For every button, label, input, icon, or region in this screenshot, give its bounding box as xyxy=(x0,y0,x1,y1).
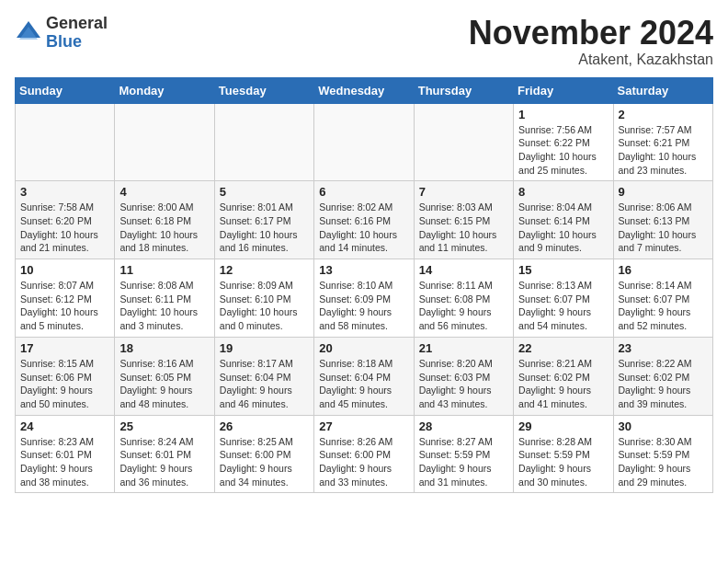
calendar-cell: 1Sunrise: 7:56 AM Sunset: 6:22 PM Daylig… xyxy=(514,103,613,181)
day-info: Sunrise: 7:57 AM Sunset: 6:21 PM Dayligh… xyxy=(619,123,708,178)
calendar-week-1: 1Sunrise: 7:56 AM Sunset: 6:22 PM Daylig… xyxy=(16,103,713,181)
calendar-week-2: 3Sunrise: 7:58 AM Sunset: 6:20 PM Daylig… xyxy=(16,181,713,259)
calendar-cell: 19Sunrise: 8:17 AM Sunset: 6:04 PM Dayli… xyxy=(214,337,313,415)
calendar-cell xyxy=(214,103,313,181)
calendar-table: SundayMondayTuesdayWednesdayThursdayFrid… xyxy=(15,77,713,494)
day-info: Sunrise: 8:08 AM Sunset: 6:11 PM Dayligh… xyxy=(119,279,209,333)
day-info: Sunrise: 8:02 AM Sunset: 6:16 PM Dayligh… xyxy=(319,201,408,255)
weekday-header-monday: Monday xyxy=(115,77,214,103)
day-number: 20 xyxy=(319,341,408,355)
day-number: 8 xyxy=(518,185,608,199)
calendar-cell: 20Sunrise: 8:18 AM Sunset: 6:04 PM Dayli… xyxy=(314,337,414,415)
day-number: 23 xyxy=(619,341,708,355)
day-info: Sunrise: 8:22 AM Sunset: 6:02 PM Dayligh… xyxy=(619,357,708,411)
weekday-header-thursday: Thursday xyxy=(414,77,513,103)
day-info: Sunrise: 8:26 AM Sunset: 6:00 PM Dayligh… xyxy=(319,435,408,489)
day-info: Sunrise: 8:15 AM Sunset: 6:06 PM Dayligh… xyxy=(20,357,109,411)
day-info: Sunrise: 8:21 AM Sunset: 6:02 PM Dayligh… xyxy=(518,357,608,411)
calendar-cell: 2Sunrise: 7:57 AM Sunset: 6:21 PM Daylig… xyxy=(613,103,712,181)
month-title: November 2024 xyxy=(469,15,713,52)
day-number: 7 xyxy=(419,185,508,199)
logo-general-text: General xyxy=(46,15,108,33)
calendar-cell: 25Sunrise: 8:24 AM Sunset: 6:01 PM Dayli… xyxy=(115,415,214,493)
day-info: Sunrise: 8:07 AM Sunset: 6:12 PM Dayligh… xyxy=(20,279,109,333)
calendar-cell xyxy=(115,103,214,181)
day-number: 3 xyxy=(20,185,109,199)
day-number: 10 xyxy=(20,263,109,277)
calendar-cell: 22Sunrise: 8:21 AM Sunset: 6:02 PM Dayli… xyxy=(514,337,613,415)
day-number: 24 xyxy=(20,419,109,433)
day-number: 13 xyxy=(319,263,408,277)
day-info: Sunrise: 8:04 AM Sunset: 6:14 PM Dayligh… xyxy=(518,201,608,255)
day-number: 18 xyxy=(119,341,209,355)
calendar-week-4: 17Sunrise: 8:15 AM Sunset: 6:06 PM Dayli… xyxy=(16,337,713,415)
day-number: 5 xyxy=(220,185,309,199)
day-number: 1 xyxy=(518,108,608,121)
day-number: 6 xyxy=(319,185,408,199)
day-number: 19 xyxy=(220,341,309,355)
calendar-cell: 7Sunrise: 8:03 AM Sunset: 6:15 PM Daylig… xyxy=(414,181,513,259)
day-info: Sunrise: 8:27 AM Sunset: 5:59 PM Dayligh… xyxy=(419,435,508,489)
calendar-cell: 8Sunrise: 8:04 AM Sunset: 6:14 PM Daylig… xyxy=(514,181,613,259)
page-header: General Blue November 2024 Atakent, Kaza… xyxy=(15,15,713,68)
weekday-header-sunday: Sunday xyxy=(16,77,115,103)
calendar-cell: 18Sunrise: 8:16 AM Sunset: 6:05 PM Dayli… xyxy=(115,337,214,415)
day-info: Sunrise: 8:06 AM Sunset: 6:13 PM Dayligh… xyxy=(619,201,708,255)
day-info: Sunrise: 8:01 AM Sunset: 6:17 PM Dayligh… xyxy=(220,201,309,255)
calendar-cell: 12Sunrise: 8:09 AM Sunset: 6:10 PM Dayli… xyxy=(214,259,313,338)
day-info: Sunrise: 8:20 AM Sunset: 6:03 PM Dayligh… xyxy=(419,357,508,411)
calendar-cell: 15Sunrise: 8:13 AM Sunset: 6:07 PM Dayli… xyxy=(514,259,613,338)
day-info: Sunrise: 8:25 AM Sunset: 6:00 PM Dayligh… xyxy=(220,435,309,489)
day-number: 16 xyxy=(619,263,708,277)
day-info: Sunrise: 8:18 AM Sunset: 6:04 PM Dayligh… xyxy=(319,357,408,411)
day-info: Sunrise: 8:10 AM Sunset: 6:09 PM Dayligh… xyxy=(319,279,408,333)
calendar-cell: 11Sunrise: 8:08 AM Sunset: 6:11 PM Dayli… xyxy=(115,259,214,338)
day-number: 25 xyxy=(119,419,209,433)
day-info: Sunrise: 8:13 AM Sunset: 6:07 PM Dayligh… xyxy=(518,279,608,333)
calendar-cell: 10Sunrise: 8:07 AM Sunset: 6:12 PM Dayli… xyxy=(16,259,115,338)
day-number: 29 xyxy=(518,419,608,433)
calendar-cell: 14Sunrise: 8:11 AM Sunset: 6:08 PM Dayli… xyxy=(414,259,513,338)
location: Atakent, Kazakhstan xyxy=(469,52,713,68)
day-number: 4 xyxy=(119,185,209,199)
day-number: 28 xyxy=(419,419,508,433)
calendar-cell: 6Sunrise: 8:02 AM Sunset: 6:16 PM Daylig… xyxy=(314,181,414,259)
calendar-cell: 4Sunrise: 8:00 AM Sunset: 6:18 PM Daylig… xyxy=(115,181,214,259)
weekday-header-row: SundayMondayTuesdayWednesdayThursdayFrid… xyxy=(16,77,713,103)
day-info: Sunrise: 7:58 AM Sunset: 6:20 PM Dayligh… xyxy=(20,201,109,255)
title-block: November 2024 Atakent, Kazakhstan xyxy=(469,15,713,68)
weekday-header-wednesday: Wednesday xyxy=(314,77,414,103)
day-number: 27 xyxy=(319,419,408,433)
calendar-cell: 13Sunrise: 8:10 AM Sunset: 6:09 PM Dayli… xyxy=(314,259,414,338)
day-number: 17 xyxy=(20,341,109,355)
day-info: Sunrise: 8:16 AM Sunset: 6:05 PM Dayligh… xyxy=(119,357,209,411)
calendar-cell: 26Sunrise: 8:25 AM Sunset: 6:00 PM Dayli… xyxy=(214,415,313,493)
weekday-header-saturday: Saturday xyxy=(613,77,712,103)
calendar-cell: 30Sunrise: 8:30 AM Sunset: 5:59 PM Dayli… xyxy=(613,415,712,493)
day-number: 9 xyxy=(619,185,708,199)
day-info: Sunrise: 7:56 AM Sunset: 6:22 PM Dayligh… xyxy=(518,123,608,178)
day-info: Sunrise: 8:03 AM Sunset: 6:15 PM Dayligh… xyxy=(419,201,508,255)
calendar-cell xyxy=(414,103,513,181)
day-number: 15 xyxy=(518,263,608,277)
day-info: Sunrise: 8:17 AM Sunset: 6:04 PM Dayligh… xyxy=(220,357,309,411)
day-number: 22 xyxy=(518,341,608,355)
calendar-cell: 27Sunrise: 8:26 AM Sunset: 6:00 PM Dayli… xyxy=(314,415,414,493)
day-number: 12 xyxy=(220,263,309,277)
logo: General Blue xyxy=(15,15,108,52)
calendar-cell: 17Sunrise: 8:15 AM Sunset: 6:06 PM Dayli… xyxy=(16,337,115,415)
day-info: Sunrise: 8:30 AM Sunset: 5:59 PM Dayligh… xyxy=(619,435,708,489)
calendar-cell: 16Sunrise: 8:14 AM Sunset: 6:07 PM Dayli… xyxy=(613,259,712,338)
calendar-cell: 21Sunrise: 8:20 AM Sunset: 6:03 PM Dayli… xyxy=(414,337,513,415)
day-info: Sunrise: 8:24 AM Sunset: 6:01 PM Dayligh… xyxy=(119,435,209,489)
day-info: Sunrise: 8:00 AM Sunset: 6:18 PM Dayligh… xyxy=(119,201,209,255)
calendar-cell: 3Sunrise: 7:58 AM Sunset: 6:20 PM Daylig… xyxy=(16,181,115,259)
day-number: 14 xyxy=(419,263,508,277)
day-info: Sunrise: 8:23 AM Sunset: 6:01 PM Dayligh… xyxy=(20,435,109,489)
day-info: Sunrise: 8:14 AM Sunset: 6:07 PM Dayligh… xyxy=(619,279,708,333)
calendar-week-3: 10Sunrise: 8:07 AM Sunset: 6:12 PM Dayli… xyxy=(16,259,713,338)
calendar-cell: 23Sunrise: 8:22 AM Sunset: 6:02 PM Dayli… xyxy=(613,337,712,415)
calendar-cell: 24Sunrise: 8:23 AM Sunset: 6:01 PM Dayli… xyxy=(16,415,115,493)
day-number: 2 xyxy=(619,108,708,121)
day-number: 30 xyxy=(619,419,708,433)
